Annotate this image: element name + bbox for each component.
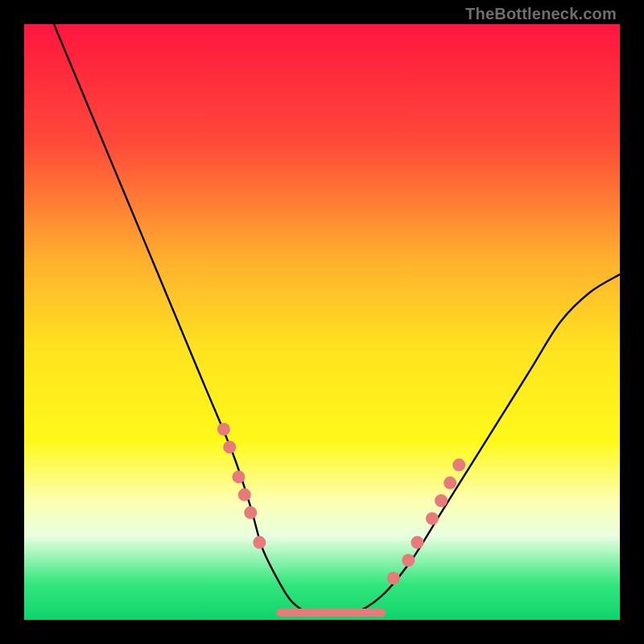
highlight-dot	[217, 423, 230, 436]
highlight-dot	[444, 477, 456, 489]
chart-overlay	[24, 24, 620, 620]
highlight-dot	[435, 494, 448, 507]
highlight-dot	[244, 506, 257, 519]
bottleneck-curve	[54, 24, 620, 615]
highlight-dot	[426, 512, 439, 525]
highlight-dot	[253, 536, 266, 549]
highlight-dot	[223, 440, 236, 453]
highlight-dot	[411, 536, 423, 549]
highlight-dot	[452, 459, 465, 472]
highlight-dot	[387, 572, 400, 584]
highlight-dot	[238, 489, 251, 502]
highlight-dot	[402, 554, 415, 567]
highlight-dots-group	[217, 423, 465, 584]
highlight-dot	[232, 470, 245, 483]
watermark-text: TheBottleneck.com	[465, 5, 617, 23]
plot-frame	[24, 24, 620, 620]
